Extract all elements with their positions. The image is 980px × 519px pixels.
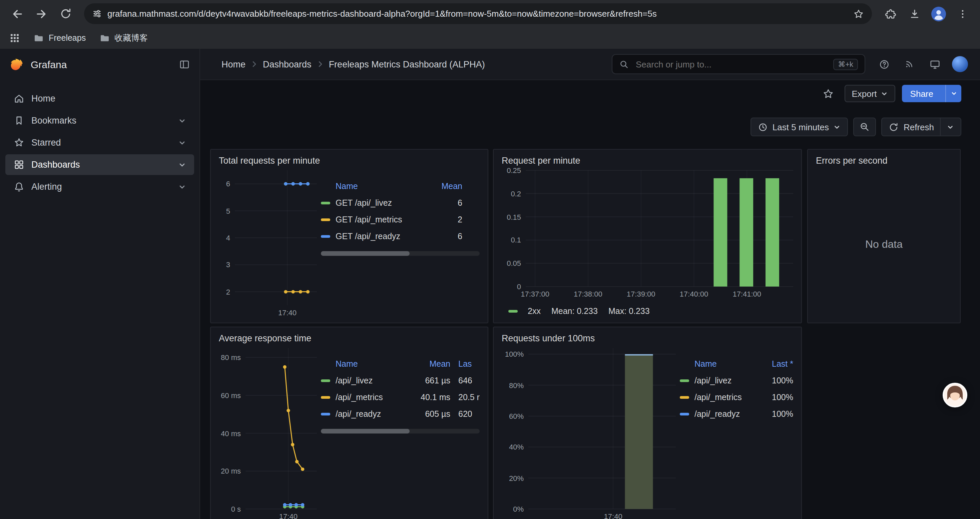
kiosk-mode-button[interactable] <box>924 53 945 75</box>
forward-button[interactable] <box>31 3 52 24</box>
folder-icon <box>33 33 44 43</box>
apps-grid-button[interactable] <box>10 33 20 43</box>
legend-col-mean[interactable]: Mean <box>412 359 450 369</box>
series-name[interactable]: /api/_metrics <box>694 393 761 402</box>
export-label: Export <box>851 88 877 99</box>
divider <box>940 118 941 136</box>
series-name[interactable]: 2xx <box>528 307 541 316</box>
legend-col-last[interactable]: Las <box>450 359 480 369</box>
sidebar-item-starred[interactable]: Starred <box>5 132 194 153</box>
panel-title[interactable]: Request per minute <box>502 154 793 168</box>
reload-button[interactable] <box>55 3 76 24</box>
chevron-down-icon[interactable] <box>178 117 186 125</box>
legend-col-last[interactable]: Last * <box>761 359 793 369</box>
legend-rows: /api/_livez 661 µs 646 /api/_metrics 40.… <box>321 372 480 422</box>
series-name[interactable]: /api/_livez <box>694 376 761 385</box>
legend-scrollbar[interactable] <box>321 429 480 433</box>
legend-col-name[interactable]: Name <box>694 359 761 369</box>
search-box[interactable]: ⌘+k <box>612 54 865 74</box>
refresh-interval-chevron-icon[interactable] <box>947 123 954 131</box>
breadcrumb-dashboards[interactable]: Dashboards <box>263 59 312 69</box>
refresh-button[interactable]: Refresh <box>889 122 934 132</box>
series-name[interactable]: GET /api/_livez <box>336 198 430 208</box>
breadcrumb-home[interactable]: Home <box>221 59 245 69</box>
series-name[interactable]: GET /api/_readyz <box>336 232 430 241</box>
series-name[interactable]: /api/_livez <box>336 376 412 385</box>
share-button[interactable]: Share <box>902 85 941 102</box>
legend-col-name[interactable]: Name <box>336 182 430 191</box>
chevron-down-icon[interactable] <box>178 139 186 147</box>
sidebar-item-dashboards[interactable]: Dashboards <box>5 154 194 175</box>
back-button[interactable] <box>7 3 28 24</box>
sidebar-menu: Home Bookmarks Starred Dashboards Alerti… <box>0 80 199 205</box>
back-icon <box>11 7 24 21</box>
profile-button[interactable] <box>928 3 949 24</box>
bookmark-folder-blogs[interactable]: 收藏博客 <box>99 32 148 44</box>
rss-icon <box>904 59 915 69</box>
chart-canvas[interactable] <box>245 348 317 509</box>
legend-scrollbar[interactable] <box>321 251 480 256</box>
star-dashboard-button[interactable] <box>819 85 838 102</box>
series-last-value: 620 <box>450 409 480 418</box>
y-axis: 80 ms60 ms40 ms20 ms0 s <box>219 348 245 509</box>
bar-chart: 0.250.20.150.10.050 17:37:0017:38:0017:3… <box>502 170 793 300</box>
series-name[interactable]: GET /api/_metrics <box>336 215 430 224</box>
extensions-button[interactable] <box>880 3 901 24</box>
user-profile-button[interactable] <box>949 53 970 75</box>
time-range-picker[interactable]: Last 5 minutes <box>751 118 848 136</box>
chevron-down-icon[interactable] <box>178 183 186 191</box>
panel-title[interactable]: Average response time <box>219 332 480 345</box>
series-color-icon <box>321 396 330 398</box>
legend-row: /api/_readyz 100% <box>680 406 793 422</box>
bookmark-folder-freeleaps[interactable]: Freeleaps <box>33 33 86 43</box>
refresh-label: Refresh <box>904 122 934 132</box>
spacer <box>321 185 330 188</box>
legend-row: GET /api/_livez 6 <box>321 194 480 211</box>
legend-col-name[interactable]: Name <box>336 359 412 369</box>
series-mean-value: 2 <box>430 215 462 224</box>
bookmark-star-icon[interactable] <box>853 8 864 19</box>
search-input[interactable] <box>635 58 828 70</box>
downloads-button[interactable] <box>904 3 925 24</box>
panel-title[interactable]: Total requests per minute <box>219 154 480 168</box>
export-button[interactable]: Export <box>844 85 895 102</box>
series-color-icon <box>321 379 330 382</box>
help-icon <box>878 58 889 70</box>
zoom-out-button[interactable] <box>854 118 876 136</box>
chevron-down-icon[interactable] <box>178 161 186 169</box>
sidebar-toggle-button[interactable] <box>179 59 190 70</box>
sidebar-item-alerting[interactable]: Alerting <box>5 176 194 197</box>
breadcrumb-current: Freeleaps Metrics Dashboard (ALPHA) <box>329 59 485 69</box>
news-button[interactable] <box>899 53 920 75</box>
chart-canvas[interactable] <box>526 170 793 287</box>
legend-header: Name Mean Las <box>321 356 480 372</box>
legend: 2xx Mean: 0.233 Max: 0.233 <box>502 304 793 319</box>
panel-total-requests-per-minute: Total requests per minute 65432 17:40 Na… <box>210 149 488 323</box>
share-menu-button[interactable] <box>945 85 961 102</box>
sidebar-item-bookmarks[interactable]: Bookmarks <box>5 110 194 131</box>
legend-col-mean[interactable]: Mean <box>430 182 462 191</box>
x-axis: 17:37:0017:38:0017:39:0017:40:0017:41:00 <box>526 287 793 300</box>
browser-menu-button[interactable] <box>952 3 973 24</box>
url-input[interactable]: grafana.mathmast.com/d/deytv4rwavabkb/fr… <box>107 9 853 19</box>
series-name[interactable]: /api/_readyz <box>694 409 761 418</box>
download-icon <box>908 8 921 20</box>
chart-canvas[interactable] <box>528 348 676 509</box>
help-button[interactable] <box>873 53 895 75</box>
sidebar-item-home[interactable]: Home <box>5 88 194 109</box>
address-bar[interactable]: grafana.mathmast.com/d/deytv4rwavabkb/fr… <box>84 3 872 24</box>
legend-row: /api/_livez 661 µs 646 <box>321 372 480 389</box>
series-name[interactable]: /api/_readyz <box>336 409 412 418</box>
floating-assistant-avatar[interactable] <box>943 383 967 407</box>
panel-title[interactable]: Requests under 100ms <box>502 332 793 345</box>
bookmark-icon <box>13 115 25 126</box>
scrollbar-thumb[interactable] <box>321 429 410 433</box>
site-settings-icon[interactable] <box>92 9 102 19</box>
series-name[interactable]: /api/_metrics <box>336 393 412 402</box>
panel-title[interactable]: Errors per second <box>816 154 952 168</box>
chart-canvas[interactable] <box>235 170 317 305</box>
panel-request-per-minute: Request per minute 0.250.20.150.10.050 1… <box>493 149 802 323</box>
scrollbar-thumb[interactable] <box>321 251 410 256</box>
reload-icon <box>59 7 72 20</box>
apps-grid-icon <box>10 33 20 43</box>
